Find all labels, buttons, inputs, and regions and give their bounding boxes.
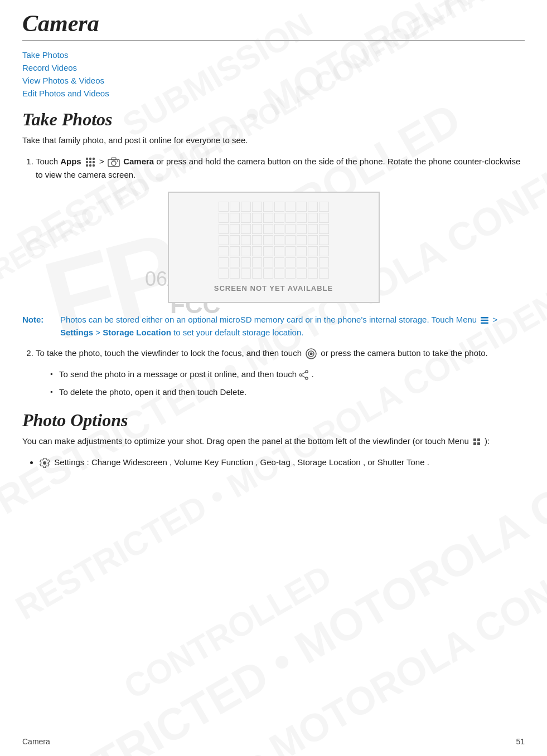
settings-gear-icon <box>39 457 54 467</box>
settings-bullet-label: Settings <box>54 457 84 467</box>
take-photos-section: Take Photos Take that family photo, and … <box>22 109 525 399</box>
svg-rect-26 <box>473 442 476 445</box>
note-text: Photos can be stored either on an option… <box>60 313 525 339</box>
svg-point-5 <box>93 160 95 163</box>
svg-point-1 <box>89 157 91 159</box>
step-1: Touch Apps > <box>36 155 525 182</box>
bullet-delete-text: To delete the photo, open it and then to… <box>59 387 246 397</box>
photo-options-intro-text: You can make adjustments to optimize you… <box>22 436 471 446</box>
screen-placeholder: // Generate dot grid inline for(let i=0;… <box>168 192 380 303</box>
svg-rect-24 <box>473 438 476 441</box>
svg-line-23 <box>302 375 306 378</box>
photo-options-section: Photo Options You can make adjustments t… <box>22 410 525 469</box>
bullet-send-photo: To send the photo in a message or post i… <box>50 368 525 381</box>
svg-point-6 <box>86 164 88 166</box>
photo-options-menu-icon <box>471 436 485 446</box>
svg-point-3 <box>86 160 88 163</box>
bullet-delete-photo: To delete the photo, open it and then to… <box>50 386 525 399</box>
watermark-restricted-6: RESTRICTED • MOTOROLA CONFIDENTIAL <box>16 469 547 756</box>
page-title: Camera <box>22 10 525 41</box>
camera-label: Camera <box>123 157 154 166</box>
geo-tag-label: Geo-tag <box>260 457 291 467</box>
step-2: To take the photo, touch the viewfinder … <box>36 347 525 360</box>
photo-options-title: Photo Options <box>22 410 525 431</box>
toc-link-take-photos[interactable]: Take Photos <box>22 50 525 60</box>
watermark-controlled-2: CONTROLLED <box>118 557 338 706</box>
photo-options-intro-after: ): <box>485 436 490 446</box>
screen-not-available-label: SCREEN NOT YET AVAILABLE <box>214 284 333 292</box>
svg-rect-14 <box>481 319 488 321</box>
footer-label: Camera <box>22 737 50 746</box>
svg-point-7 <box>89 164 91 166</box>
svg-rect-15 <box>481 322 488 324</box>
step2-text: To take the photo, touch the viewfinder … <box>36 348 488 358</box>
note-gt1: > <box>493 315 498 324</box>
step1-gt: > <box>99 157 107 166</box>
svg-point-10 <box>112 161 116 165</box>
storage-location-label: Storage Location <box>297 457 360 467</box>
note-gt2: > <box>95 328 103 337</box>
delete-label: Delete <box>220 387 244 397</box>
step2-bullets: To send the photo in a message or post i… <box>50 368 525 399</box>
footer-page-number: 51 <box>516 737 525 746</box>
note-label: Note: <box>22 313 56 326</box>
take-photos-intro: Take that family photo, and post it onli… <box>22 134 525 147</box>
svg-point-21 <box>299 374 302 376</box>
photo-options-settings-bullet: Settings : Change Widescreen , Volume Ke… <box>39 456 525 469</box>
step1-text-before: Touch Apps > <box>36 157 520 179</box>
svg-rect-27 <box>477 442 480 445</box>
svg-point-18 <box>310 353 313 355</box>
svg-point-4 <box>89 160 91 163</box>
shutter-tone-label: Shutter Tone <box>377 457 425 467</box>
toc-link-edit-photos[interactable]: Edit Photos and Videos <box>22 89 525 98</box>
svg-point-8 <box>93 164 95 166</box>
note-storage: Storage Location <box>103 328 171 337</box>
take-photos-title: Take Photos <box>22 109 525 130</box>
note-text-before: Photos can be stored either on an option… <box>60 315 479 324</box>
camera-shutter-icon <box>304 348 321 358</box>
bullet-send-text: To send the photo in a message or post i… <box>59 369 299 379</box>
page-footer: Camera 51 <box>0 737 547 746</box>
photo-options-bullets: Settings : Change Widescreen , Volume Ke… <box>39 456 525 469</box>
toc-link-view-photos[interactable]: View Photos & Videos <box>22 76 525 85</box>
steps-list-2: To take the photo, touch the viewfinder … <box>36 347 525 360</box>
note-text-after: to set your default storage location. <box>173 328 303 337</box>
svg-point-2 <box>93 157 95 159</box>
svg-line-22 <box>302 372 306 374</box>
note-settings: Settings <box>60 328 93 337</box>
camera-icon-inline <box>107 157 123 166</box>
share-icon <box>299 369 311 379</box>
settings-bullet-text: : Change <box>87 457 123 467</box>
svg-rect-13 <box>481 317 488 319</box>
svg-rect-25 <box>477 438 480 441</box>
svg-point-0 <box>86 157 88 159</box>
toc-nav: Take Photos Record Videos View Photos & … <box>22 50 525 98</box>
svg-point-19 <box>306 370 308 373</box>
apps-label: Apps <box>60 157 81 166</box>
svg-point-12 <box>117 160 118 161</box>
widescreen-label: Widescreen <box>123 457 167 467</box>
note-block: Note: Photos can be stored either on an … <box>22 313 525 339</box>
menu-icon <box>479 315 492 324</box>
svg-point-20 <box>306 377 308 379</box>
steps-list: Touch Apps > <box>36 155 525 182</box>
volume-key-label: Volume Key Function <box>174 457 253 467</box>
toc-link-record-videos[interactable]: Record Videos <box>22 63 525 72</box>
apps-icon <box>84 157 99 166</box>
photo-options-intro: You can make adjustments to optimize you… <box>22 435 525 448</box>
